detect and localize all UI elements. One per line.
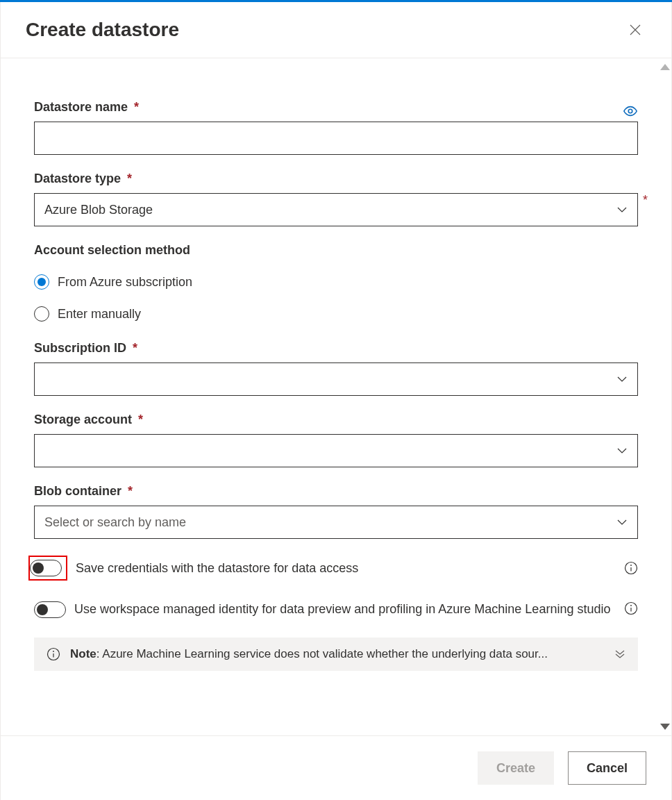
storage-account-label-text: Storage account bbox=[34, 412, 132, 426]
cancel-button[interactable]: Cancel bbox=[568, 751, 646, 785]
required-marker-outside: * bbox=[643, 193, 648, 208]
field-account-selection-method: Account selection method From Azure subs… bbox=[34, 243, 638, 322]
save-credentials-toggle[interactable] bbox=[30, 560, 62, 576]
toggle-row-managed-identity: Use workspace managed identity for data … bbox=[34, 600, 638, 618]
radio-from-azure-subscription-label: From Azure subscription bbox=[58, 275, 192, 290]
field-datastore-name: Datastore name * bbox=[34, 100, 638, 155]
eye-icon[interactable] bbox=[623, 103, 638, 119]
required-marker: * bbox=[127, 172, 132, 185]
blob-container-placeholder: Select or search by name bbox=[44, 515, 186, 530]
radio-enter-manually-label: Enter manually bbox=[58, 307, 141, 322]
radio-inner-icon bbox=[37, 278, 46, 286]
managed-identity-label: Use workspace managed identity for data … bbox=[74, 600, 616, 618]
storage-account-label: Storage account * bbox=[34, 412, 143, 427]
save-credentials-label: Save credentials with the datastore for … bbox=[76, 559, 616, 577]
chevron-down-icon bbox=[616, 374, 628, 385]
info-icon bbox=[47, 647, 60, 661]
required-marker: * bbox=[128, 484, 133, 498]
info-icon[interactable] bbox=[624, 561, 638, 575]
highlight-box bbox=[28, 556, 67, 581]
subscription-id-label: Subscription ID * bbox=[34, 341, 137, 356]
toggle-row-save-credentials: Save credentials with the datastore for … bbox=[28, 556, 638, 581]
chevron-down-icon bbox=[616, 517, 628, 528]
datastore-type-label: Datastore type * bbox=[34, 172, 132, 186]
required-marker: * bbox=[134, 100, 139, 114]
required-marker: * bbox=[138, 412, 143, 426]
panel-footer: Create Cancel bbox=[1, 735, 671, 800]
field-subscription-id: Subscription ID * bbox=[34, 341, 638, 396]
panel-body-wrap: Datastore name * Datastore type * bbox=[1, 58, 671, 735]
note-text: Note: Azure Machine Learning service doe… bbox=[70, 647, 605, 661]
radio-from-azure-subscription[interactable]: From Azure subscription bbox=[34, 274, 638, 290]
scroll-up-icon[interactable] bbox=[660, 64, 670, 70]
chevron-down-icon bbox=[616, 204, 628, 215]
note-body: : Azure Machine Learning service does no… bbox=[96, 647, 548, 660]
panel-body: Datastore name * Datastore type * bbox=[1, 58, 671, 735]
blob-container-label-text: Blob container bbox=[34, 484, 121, 498]
panel-header: Create datastore bbox=[1, 2, 671, 58]
svg-point-0 bbox=[628, 109, 632, 113]
close-button[interactable] bbox=[624, 19, 646, 41]
scroll-down-icon[interactable] bbox=[660, 724, 670, 730]
subscription-id-label-text: Subscription ID bbox=[34, 341, 126, 355]
radio-outer-icon bbox=[34, 306, 49, 322]
svg-point-2 bbox=[630, 565, 632, 566]
field-storage-account: Storage account * bbox=[34, 412, 638, 467]
field-blob-container: Blob container * Select or search by nam… bbox=[34, 484, 638, 539]
svg-point-6 bbox=[53, 651, 54, 652]
datastore-type-value: Azure Blob Storage bbox=[44, 203, 153, 217]
blob-container-label: Blob container * bbox=[34, 484, 133, 499]
storage-account-select[interactable] bbox=[34, 434, 638, 467]
subscription-id-select[interactable] bbox=[34, 362, 638, 396]
datastore-name-label-text: Datastore name bbox=[34, 100, 128, 114]
create-button[interactable]: Create bbox=[478, 751, 554, 785]
create-datastore-panel: Create datastore Datastore name * bbox=[0, 2, 672, 800]
chevron-down-icon bbox=[616, 445, 628, 456]
field-datastore-type: Datastore type * Azure Blob Storage * bbox=[34, 172, 638, 226]
note-message-bar: Note: Azure Machine Learning service doe… bbox=[34, 638, 638, 671]
info-icon[interactable] bbox=[624, 601, 638, 615]
datastore-type-label-text: Datastore type bbox=[34, 172, 121, 185]
svg-point-4 bbox=[630, 605, 632, 606]
datastore-name-input[interactable] bbox=[34, 122, 638, 155]
managed-identity-toggle[interactable] bbox=[34, 601, 66, 618]
radio-enter-manually[interactable]: Enter manually bbox=[34, 306, 638, 322]
datastore-name-label: Datastore name * bbox=[34, 100, 139, 115]
required-marker: * bbox=[133, 341, 137, 355]
radio-outer-icon bbox=[34, 274, 49, 290]
account-selection-radio-group: From Azure subscription Enter manually bbox=[34, 274, 638, 322]
chevron-double-down-icon[interactable] bbox=[614, 649, 625, 660]
account-selection-method-label: Account selection method bbox=[34, 243, 190, 258]
note-prefix: Note bbox=[70, 647, 96, 660]
close-icon bbox=[630, 24, 641, 35]
blob-container-select[interactable]: Select or search by name bbox=[34, 506, 638, 539]
datastore-type-select[interactable]: Azure Blob Storage bbox=[34, 193, 638, 226]
panel-title: Create datastore bbox=[26, 19, 179, 41]
